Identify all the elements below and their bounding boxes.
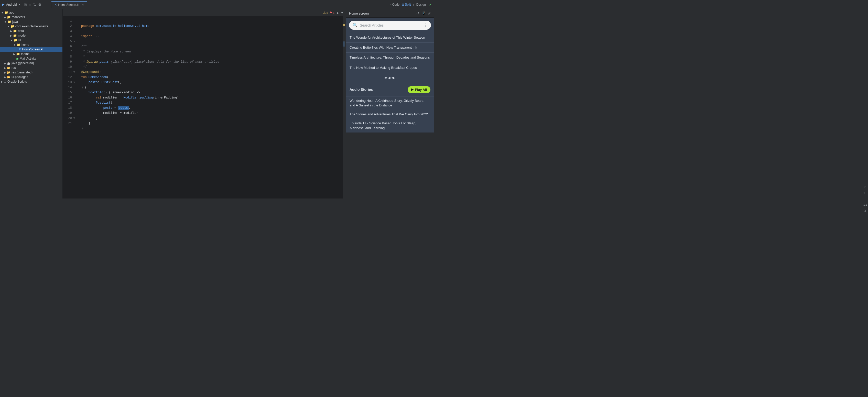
collapse-icon: ▶ <box>4 67 6 69</box>
pkg-icon: 📂 <box>7 75 10 79</box>
collapse-icon: ▶ <box>4 62 6 65</box>
folder-icon: 📁 <box>10 25 14 28</box>
preview-toolbar-icons: ↺ 📱 ⤢ <box>416 11 431 15</box>
kotlin-file-icon: K <box>19 48 21 51</box>
collapse-icon: ▶ <box>1 80 3 83</box>
article-item-1[interactable]: The Wonderful Architectures of This Wint… <box>346 33 434 43</box>
sidebar-item-manifests[interactable]: ▶ 📁 manifests <box>0 15 62 20</box>
play-all-label: Play All <box>415 88 427 92</box>
sidebar-item-homescreen[interactable]: ▶ K HomeScreen.kt <box>0 47 62 52</box>
tab-label: HomeScreen.kt <box>58 3 79 7</box>
sidebar-item-gradle[interactable]: ▶ ⬡ Gradle Scripts <box>0 79 62 84</box>
sidebar-item-res-generated[interactable]: ▶ 📂 res (generated) <box>0 70 62 75</box>
spacer: ▶ <box>13 57 16 60</box>
sidebar-item-home[interactable]: ▼ 📁 home <box>0 42 62 47</box>
sidebar-item-app[interactable]: ▼ 📁 app <box>0 10 62 15</box>
article-item-4[interactable]: The New Method to Making Breakfast Crepe… <box>346 63 434 73</box>
sidebar-item-ui[interactable]: ▼ 📁 ui <box>0 38 62 42</box>
code-icon: ≡ <box>390 3 392 6</box>
sidebar-label-data: data <box>18 29 24 33</box>
line-numbers: 1 2 3 4 5 6 7 8 9 10 11 12 13 14 15 16 1… <box>63 16 73 199</box>
list-icon[interactable]: ≡ <box>29 3 31 7</box>
more-button[interactable]: MORE <box>346 73 434 83</box>
expand-icon: ▼ <box>10 39 13 42</box>
sidebar-label-ui-packages: ui-packages <box>11 75 28 79</box>
warning-count: 5 <box>327 11 328 14</box>
settings-icon[interactable]: ⚙ <box>38 3 41 7</box>
view-mode-design[interactable]: ◻ Design <box>413 3 426 6</box>
error-icon: ⚑ <box>330 11 332 14</box>
preview-header: Home screen ↺ 📱 ⤢ <box>346 9 434 18</box>
audio-title-2: The Stories and Adventures That We Carry… <box>349 112 428 116</box>
folder-icon: 📁 <box>13 34 17 37</box>
fold-gutter: ▼ ▼ ▼ ▼ <box>73 16 78 199</box>
expand-icon: ▼ <box>1 11 4 14</box>
audio-item-1[interactable]: Wondering Hour: A Childhood Story, Grizz… <box>346 96 434 110</box>
folder-icon: 📁 <box>13 29 17 33</box>
top-right-actions: ≡ Code ⊟ Split ◻ Design ✓ <box>390 3 432 7</box>
collapse-icon: ▶ <box>10 34 12 37</box>
audio-header: Audio Stories ▶ Play All <box>346 83 434 96</box>
sidebar-item-res[interactable]: ▶ 📂 res <box>0 65 62 70</box>
sidebar-label-java: java <box>12 20 18 24</box>
code-content[interactable]: package com.example.hellonews.ui.home im… <box>78 16 346 199</box>
res-gen-icon: 📂 <box>7 71 10 74</box>
sidebar-item-java[interactable]: ▼ 📁 java <box>0 20 62 24</box>
platform-dropdown-icon: ▼ <box>18 3 21 6</box>
folder-icon: 📁 <box>17 43 21 46</box>
device-icon[interactable]: 📱 <box>422 11 426 15</box>
fullscreen-icon[interactable]: ⤢ <box>428 11 431 15</box>
article-list: The Wonderful Architectures of This Wint… <box>346 33 434 73</box>
split-icon[interactable]: ⇅ <box>33 3 36 7</box>
tab-homescreen[interactable]: K HomeScreen.kt ✕ <box>51 1 87 8</box>
collapse-icon: ▶ <box>10 30 12 32</box>
editor-content[interactable]: 1 2 3 4 5 6 7 8 9 10 11 12 13 14 15 16 1… <box>63 16 346 199</box>
preview-panel: Home screen ↺ 📱 ⤢ 🔍 Search Articles ⋮ Th… <box>346 9 434 199</box>
sidebar-item-theme[interactable]: ▶ 📁 theme <box>0 52 62 56</box>
sidebar-item-mainactivity[interactable]: ▶ ◉ MainActivity <box>0 56 62 61</box>
sidebar-item-data[interactable]: ▶ 📁 data <box>0 29 62 33</box>
platform-selector[interactable]: ▶ Android ▼ <box>2 3 21 6</box>
platform-label: Android <box>6 3 17 6</box>
view-mode-selector: ≡ Code ⊟ Split ◻ Design <box>390 3 426 6</box>
sidebar-label-res: res <box>11 66 16 70</box>
audio-item-3[interactable]: Episode 11 - Science Based Tools For Sle… <box>346 119 434 132</box>
activity-icon: ◉ <box>16 57 19 60</box>
play-all-button[interactable]: ▶ Play All <box>408 86 430 93</box>
expand-icon: ▼ <box>4 21 7 23</box>
audio-title-3: Episode 11 - Science Based Tools For Sle… <box>349 121 416 130</box>
sidebar-item-package[interactable]: ▼ 📁 com.example.hellonews <box>0 24 62 29</box>
editor-toolbar: ⚠ 5 ⚑ 1 ▲ ▼ <box>63 9 346 16</box>
grid-icon[interactable]: ⊞ <box>24 3 27 7</box>
play-icon: ▶ <box>411 88 413 91</box>
audio-section: Audio Stories ▶ Play All Wondering Hour:… <box>346 83 434 133</box>
folder-icon: 📁 <box>13 38 18 42</box>
article-item-2[interactable]: Creating Butterflies With New Transparen… <box>346 43 434 53</box>
search-menu-icon[interactable]: ⋮ <box>423 23 427 28</box>
refresh-icon[interactable]: ↺ <box>416 11 420 15</box>
expand-errors-icon[interactable]: ▲ <box>336 11 339 14</box>
article-title-3: Timeless Architecture, Through Decades a… <box>349 56 430 59</box>
top-bar: ▶ Android ▼ ⊞ ≡ ⇅ ⚙ — K HomeScreen.kt ✕ … <box>0 0 434 9</box>
folder-icon: 📁 <box>4 11 8 14</box>
collapse-icon: ▶ <box>4 71 6 74</box>
article-title-2: Creating Butterflies With New Transparen… <box>349 45 417 49</box>
tab-close-icon[interactable]: ✕ <box>82 3 84 6</box>
sidebar-item-ui-packages[interactable]: ▶ 📂 ui-packages <box>0 75 62 79</box>
audio-item-2[interactable]: The Stories and Adventures That We Carry… <box>346 110 434 119</box>
sidebar-item-java-generated[interactable]: ▶ ☕ java (generated) <box>0 61 62 65</box>
expand-icon: ▼ <box>13 43 16 46</box>
view-mode-split[interactable]: ⊟ Split <box>402 3 411 6</box>
sidebar-label-theme: theme <box>21 52 29 56</box>
search-icon: 🔍 <box>352 23 358 28</box>
sidebar-item-model[interactable]: ▶ 📁 model <box>0 33 62 38</box>
collapse-icon: ▶ <box>4 76 6 78</box>
kotlin-icon: K <box>55 3 57 7</box>
search-bar[interactable]: 🔍 Search Articles ⋮ <box>349 21 431 30</box>
design-icon: ◻ <box>413 3 415 6</box>
view-mode-code[interactable]: ≡ Code <box>390 3 400 6</box>
collapse-errors-icon[interactable]: ▼ <box>341 11 344 14</box>
article-item-3[interactable]: Timeless Architecture, Through Decades a… <box>346 53 434 63</box>
main-content: ▼ 📁 app ▶ 📁 manifests ▼ 📁 java ▼ 📁 com.e… <box>0 9 434 199</box>
minus-icon[interactable]: — <box>43 3 47 7</box>
